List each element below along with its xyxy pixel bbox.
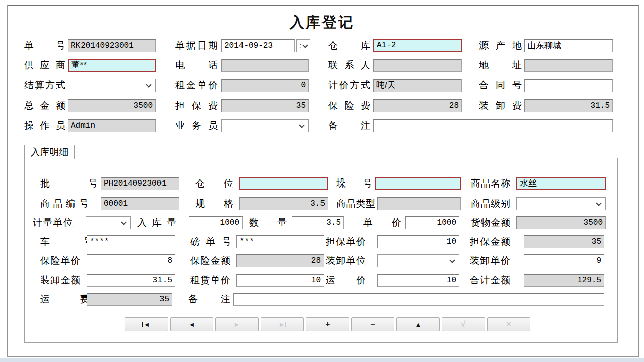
weigh-no-field[interactable]: *** (236, 235, 324, 248)
settle-method-combo[interactable] (68, 79, 156, 92)
operator-label: 操作员 (24, 119, 65, 132)
chevron-down-icon (146, 82, 151, 87)
total-sum-field: 129.5 (524, 274, 604, 287)
insurance-price-field[interactable]: 8 (87, 254, 175, 267)
in-qty-label: 入库量 (137, 216, 176, 229)
contact-label: 联系人 (328, 59, 370, 72)
detail-remark-field[interactable] (233, 293, 604, 306)
truck-no-field[interactable]: **** (87, 235, 175, 248)
nav-edit-button[interactable]: ▲ (396, 317, 440, 331)
product-type-field (377, 197, 461, 210)
order-no-field: RK20140923001 (68, 39, 156, 52)
chevron-down-icon (596, 200, 601, 206)
guarantee-price-field[interactable]: 10 (377, 235, 459, 248)
unit-combo[interactable] (86, 216, 131, 229)
address-field (524, 59, 613, 72)
guarantee-price-label: 担保单价 (326, 235, 366, 248)
insurance-fee-label: 保险费 (328, 99, 370, 112)
detail-remark-label: 备注 (188, 293, 230, 306)
chevron-down-icon (302, 42, 308, 48)
doc-date-field[interactable]: 2014-09-23 (221, 39, 295, 52)
contract-no-label: 合同号 (479, 79, 522, 92)
doc-date-dropdown-button[interactable]: : (296, 39, 310, 52)
insurance-fee-field: 28 (373, 99, 462, 112)
handling-price-field[interactable]: 9 (524, 254, 604, 267)
insurance-price-label: 保险单价 (40, 254, 80, 267)
spec-field: 3.5 (239, 197, 328, 210)
tab-detail[interactable]: 入库明细 (24, 145, 75, 159)
header-remark-label: 备注 (328, 119, 370, 132)
product-grade-label: 商品级别 (471, 197, 510, 210)
product-code-field: 00001 (101, 197, 179, 210)
product-code-label: 商品编号 (40, 197, 89, 210)
insert-record-icon: + (325, 320, 330, 329)
freight-price-field[interactable]: 10 (377, 274, 459, 287)
rent-price-field: 0 (221, 79, 309, 92)
phone-label: 电话 (175, 59, 218, 72)
stack-no-label: 垛号 (336, 177, 372, 190)
weigh-no-label: 磅单号 (190, 235, 231, 248)
entry-registration-page: 入库登记 单号 RK20140923001 单据日期 2014-09-23 : … (0, 0, 644, 362)
unit-price-label: 单价 (363, 216, 401, 229)
pricing-method-label: 计价方式 (328, 79, 370, 92)
operator-field: Admin (68, 119, 156, 132)
first-record-icon (142, 322, 143, 327)
doc-date-label: 单据日期 (175, 39, 218, 52)
unit-label: 计量单位 (33, 216, 73, 229)
pricing-method-field: 吨/天 (373, 79, 462, 92)
nav-insert-button[interactable]: + (306, 317, 349, 331)
qty-label: 数量 (249, 216, 287, 229)
order-no-label: 单号 (24, 39, 65, 52)
supplier-field[interactable]: 董** (68, 59, 156, 72)
handling-amount-field[interactable]: 31.5 (87, 274, 175, 287)
handling-fee-field: 31.5 (524, 99, 613, 112)
unit-price-field[interactable]: 1000 (405, 216, 459, 229)
insurance-amount-label: 保险金额 (190, 254, 230, 267)
freight-fee-label: 运费 (40, 293, 90, 306)
handling-amount-label: 装卸金额 (40, 274, 80, 287)
product-name-field[interactable]: 水丝 (516, 177, 606, 190)
in-qty-field[interactable]: 1000 (189, 216, 243, 229)
batch-no-label: 批号 (40, 177, 98, 190)
nav-next-button: ► (215, 317, 259, 331)
rent-unit-price-label: 租赁单价 (190, 274, 230, 287)
freight-price-label: 运价 (326, 274, 366, 287)
post-edit-icon: √ (461, 320, 466, 329)
guarantee-amount-label: 担保金额 (470, 235, 510, 248)
guarantee-amount-field: 35 (524, 235, 604, 248)
truck-no-label: 车号 (40, 235, 93, 248)
handling-price-label: 装卸单价 (470, 254, 510, 267)
origin-field[interactable]: 山东聊城 (524, 39, 613, 52)
settle-method-label: 结算方式 (24, 79, 65, 92)
bin-label: 仓位 (195, 177, 233, 190)
origin-label: 源产地 (479, 39, 522, 52)
freight-fee-field: 35 (87, 293, 172, 306)
stack-no-field[interactable] (375, 177, 461, 190)
total-amount-label: 总金额 (24, 99, 65, 112)
product-grade-combo[interactable] (516, 197, 606, 210)
handling-fee-label: 装卸费 (479, 99, 522, 112)
qty-field[interactable]: 3.5 (292, 216, 344, 229)
header-remark-field[interactable] (373, 119, 613, 132)
last-record-icon (285, 322, 286, 327)
cancel-edit-icon: × (506, 320, 511, 329)
bottom-strip (0, 358, 644, 362)
nav-prior-button[interactable]: ◄ (170, 317, 213, 331)
nav-first-button[interactable]: ◄ (125, 317, 168, 331)
nav-last-button: ► (261, 317, 304, 331)
product-name-label: 商品名称 (471, 177, 510, 190)
contract-no-field[interactable] (524, 79, 613, 92)
rent-unit-price-field[interactable]: 10 (236, 274, 324, 287)
salesman-label: 业务员 (175, 119, 218, 132)
edit-record-icon: ▲ (415, 321, 422, 328)
handling-unit-combo[interactable] (377, 254, 459, 267)
goods-amount-field: 3500 (516, 216, 606, 229)
chevron-down-icon (121, 219, 126, 225)
salesman-combo[interactable] (221, 119, 309, 132)
colon-glyph: : (299, 41, 301, 50)
bin-field[interactable] (239, 177, 328, 190)
phone-field (221, 59, 309, 72)
nav-delete-button[interactable]: − (351, 317, 394, 331)
warehouse-field[interactable]: A1-2 (373, 39, 462, 52)
goods-amount-label: 货物金额 (471, 216, 510, 229)
